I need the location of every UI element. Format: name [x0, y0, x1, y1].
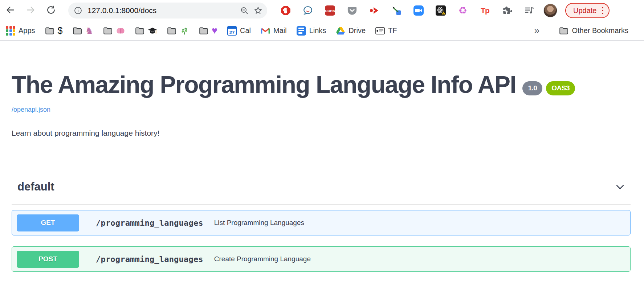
- forward-icon: [26, 5, 36, 16]
- openapi-spec-link[interactable]: /openapi.json: [12, 106, 50, 114]
- gmail-icon: [261, 26, 270, 36]
- update-button[interactable]: Update: [565, 3, 610, 18]
- zoom-cam-icon: [413, 5, 424, 16]
- pocket-icon[interactable]: [347, 5, 358, 16]
- cors-icon: CORS: [325, 5, 335, 16]
- tp-icon[interactable]: Tp: [480, 5, 490, 16]
- tag-section-header[interactable]: default: [12, 180, 631, 205]
- bookmark-folder-heart[interactable]: ♥: [199, 26, 217, 36]
- cors-icon[interactable]: CORS: [325, 5, 335, 16]
- api-badges: 1.0 OAS3: [522, 81, 575, 95]
- forward-button[interactable]: [23, 3, 38, 19]
- operation-row[interactable]: POST /programming_languages Create Progr…: [12, 246, 631, 272]
- bookmarks-separator[interactable]: [551, 25, 551, 36]
- update-label: Update: [573, 7, 597, 15]
- sidekick-icon: [369, 5, 379, 16]
- chat-bubble-icon[interactable]: [302, 5, 313, 16]
- swagger-page: The Amazing Programming Language Info AP…: [0, 73, 644, 272]
- zoom-out-icon[interactable]: [240, 6, 249, 15]
- adblock-icon[interactable]: [280, 5, 291, 16]
- bookmark-folder-brain[interactable]: [103, 26, 125, 36]
- folder-icon: [103, 26, 113, 36]
- page-title: The Amazing Programming Language Info AP…: [12, 73, 631, 97]
- playlist-music-icon: [524, 5, 534, 16]
- bookmarks-overflow[interactable]: »: [534, 26, 539, 36]
- other-bookmarks[interactable]: Other Bookmarks: [559, 26, 628, 36]
- chat-bubble-icon: [303, 5, 313, 16]
- reload-button[interactable]: [43, 3, 59, 19]
- recycle-icon: ♻: [458, 6, 467, 16]
- endpoint-path: /programming_languages: [96, 255, 203, 264]
- eyedropper-icon: [391, 5, 402, 16]
- extensions-menu-icon[interactable]: [502, 5, 513, 16]
- extensions-row: CORS♻Tp: [280, 5, 535, 16]
- brain-icon: [116, 26, 125, 36]
- method-badge: GET: [17, 214, 79, 231]
- bookmark-folder-carousel[interactable]: ♞: [73, 26, 93, 36]
- operation-row[interactable]: GET /programming_languages List Programm…: [12, 210, 631, 235]
- bookmark-drive[interactable]: Drive: [336, 26, 366, 36]
- avatar[interactable]: [543, 4, 557, 17]
- folder-icon: [135, 26, 144, 36]
- bookmark-folder-graduation[interactable]: [135, 26, 157, 36]
- menu-kebab-icon[interactable]: [602, 7, 604, 15]
- zoom-meeting-icon[interactable]: [413, 5, 424, 16]
- color-picker-icon[interactable]: [391, 5, 402, 16]
- carousel-horse-icon: ♞: [85, 26, 93, 35]
- bookmark-tf[interactable]: TF: [375, 26, 397, 36]
- page-info-icon[interactable]: [73, 6, 83, 15]
- react-devtools-icon[interactable]: [435, 5, 446, 16]
- tf-card-icon: [375, 26, 385, 36]
- back-button[interactable]: [2, 3, 18, 19]
- puzzle-icon: [502, 5, 512, 16]
- playlist-icon[interactable]: [524, 5, 535, 16]
- folder-icon: [73, 26, 82, 36]
- browser-toolbar: 127.0.0.1:8000/docs CORS♻Tp Update: [0, 0, 644, 21]
- docs-icon: [297, 26, 306, 36]
- reload-icon: [46, 5, 56, 16]
- apps-grid-icon: [6, 26, 15, 36]
- dollar-icon: $: [58, 26, 63, 35]
- chevron-down-icon[interactable]: [615, 181, 625, 192]
- bookmark-gmail[interactable]: Mail: [261, 26, 287, 36]
- endpoint-summary: Create Programming Language: [214, 255, 311, 263]
- bookmarks-bar: Apps $ ♞ ♥ 27 Cal: [0, 21, 644, 41]
- recycle-icon[interactable]: ♻: [457, 5, 468, 16]
- url-text[interactable]: 127.0.0.1:8000/docs: [87, 6, 240, 15]
- drive-icon: [336, 26, 345, 36]
- oas-badge: OAS3: [546, 81, 575, 95]
- graduation-cap-icon: [148, 26, 157, 36]
- bookmark-star-icon[interactable]: [253, 6, 263, 15]
- bookmark-calendar[interactable]: 27 Cal: [227, 26, 251, 36]
- bookmark-folder-herb[interactable]: [167, 26, 189, 36]
- adblock-icon: [281, 5, 291, 16]
- pocket-icon: [347, 5, 357, 16]
- purple-heart-icon: ♥: [212, 26, 217, 36]
- folder-icon: [167, 26, 176, 36]
- operations-list: GET /programming_languages List Programm…: [12, 210, 631, 272]
- tp-icon: Tp: [481, 6, 489, 15]
- api-title-text: The Amazing Programming Language Info AP…: [12, 73, 516, 97]
- folder-icon: [559, 26, 568, 36]
- back-icon: [5, 5, 15, 16]
- bookmark-folder-dollar[interactable]: $: [45, 26, 63, 36]
- herb-icon: [180, 26, 189, 36]
- endpoint-path: /programming_languages: [96, 218, 203, 227]
- version-badge: 1.0: [522, 81, 542, 95]
- endpoint-summary: List Programming Languages: [214, 219, 304, 227]
- calendar-icon: 27: [227, 26, 237, 36]
- api-description: Learn about programming language history…: [12, 129, 631, 138]
- chevron-double-icon: »: [534, 26, 539, 36]
- url-bar[interactable]: 127.0.0.1:8000/docs: [68, 3, 267, 19]
- bookmark-apps[interactable]: Apps: [6, 26, 35, 36]
- folder-icon: [199, 26, 208, 36]
- bookmark-links[interactable]: Links: [297, 26, 326, 36]
- method-badge: POST: [17, 251, 79, 268]
- folder-icon: [45, 26, 54, 36]
- react-devtools-icon: [436, 5, 446, 16]
- tag-title: default: [17, 180, 54, 193]
- redirect-icon[interactable]: [369, 5, 380, 16]
